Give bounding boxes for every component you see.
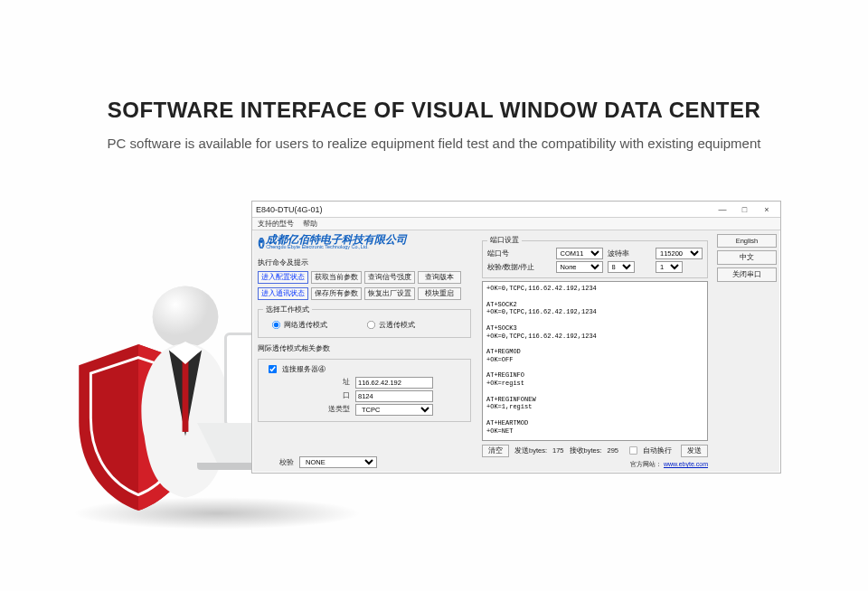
radio-net-mode[interactable]: 网络透传模式	[270, 319, 327, 331]
page-subtitle: PC software is available for users to re…	[0, 136, 868, 151]
port-settings-group: 端口设置 端口号 COM11 波特率 115200 校验/数据/停止 None …	[482, 236, 708, 278]
databits-select[interactable]: 8	[608, 261, 635, 273]
type-select[interactable]: TCPC	[355, 404, 433, 416]
app-title: E840-DTU(4G-01)	[256, 205, 323, 214]
radio-cloud-mode[interactable]: 云透传模式	[365, 319, 415, 331]
baud-select[interactable]: 115200	[656, 248, 703, 259]
window-maximize-button[interactable]: □	[734, 205, 754, 214]
window-minimize-button[interactable]: —	[712, 205, 732, 214]
link-enable-checkbox[interactable]: 连接服务器④	[263, 362, 466, 376]
baud-label: 波特率	[608, 249, 651, 258]
save-params-button[interactable]: 保存所有参数	[311, 287, 362, 300]
factory-reset-button[interactable]: 恢复出厂设置	[364, 287, 415, 300]
check-select[interactable]: NONE	[299, 456, 377, 468]
addr-input[interactable]	[355, 377, 433, 389]
parity-select[interactable]: None	[556, 261, 603, 273]
rx-bytes-label: 接收bytes:	[570, 446, 602, 455]
net-params-group: 连接服务器④ 址 口 送类型 TCPC	[258, 359, 471, 422]
antenna-icon: ((•))	[258, 236, 262, 249]
type-label: 送类型	[314, 405, 350, 414]
port-settings-legend: 端口设置	[487, 236, 522, 245]
get-params-button[interactable]: 获取当前参数	[311, 271, 362, 284]
vendor-logo: ((•)) 成都亿佰特电子科技有限公司 Chengdu Ebyte Electr…	[258, 234, 471, 250]
tx-bytes-label: 发送bytes:	[514, 446, 547, 455]
commands-label: 执行命令及提示	[258, 258, 471, 267]
stopbits-select[interactable]: 1	[656, 261, 683, 273]
reboot-button[interactable]: 模块重启	[418, 287, 461, 300]
auto-wrap-checkbox[interactable]: 自动换行	[624, 444, 675, 457]
work-mode-group: 选择工作模式 网络透传模式 云透传模式	[258, 305, 471, 338]
official-site-link[interactable]: www.ebyte.com	[664, 461, 708, 467]
com-port-label: 端口号	[487, 249, 552, 258]
tx-bytes-value: 175	[552, 446, 564, 455]
menu-help[interactable]: 帮助	[303, 219, 317, 229]
work-mode-legend: 选择工作模式	[263, 305, 312, 314]
official-site-label: 官方网站：	[630, 461, 662, 467]
query-signal-button[interactable]: 查询信号强度	[364, 271, 415, 284]
rx-bytes-value: 295	[608, 446, 619, 455]
addr-label: 址	[314, 378, 350, 387]
query-version-button[interactable]: 查询版本	[418, 271, 461, 284]
menu-supported-models[interactable]: 支持的型号	[258, 219, 294, 229]
terminal-output: +OK=0,TCPC,116.62.42.192,1234 AT+SOCK2 +…	[482, 281, 708, 441]
lang-chinese-button[interactable]: 中文	[717, 250, 777, 265]
vendor-name-en: Chengdu Ebyte Electronic Technology Co.,…	[266, 245, 407, 250]
com-port-select[interactable]: COM11	[556, 248, 603, 259]
page-title: SOFTWARE INTERFACE OF VISUAL WINDOW DATA…	[0, 98, 868, 123]
enter-comm-button[interactable]: 进入通讯状态	[258, 287, 308, 300]
close-port-button[interactable]: 关闭串口	[717, 267, 777, 282]
lang-english-button[interactable]: English	[717, 234, 777, 248]
parity-label: 校验/数据/停止	[487, 263, 552, 272]
port-label: 口	[314, 391, 350, 400]
clear-button[interactable]: 清空	[482, 445, 509, 457]
enter-config-button[interactable]: 进入配置状态	[258, 271, 308, 284]
send-button[interactable]: 发送	[681, 445, 708, 457]
window-close-button[interactable]: ×	[757, 205, 777, 214]
net-params-label: 网际透传模式相关参数	[258, 343, 471, 353]
check-label: 校验	[258, 458, 294, 467]
port-input[interactable]	[355, 390, 433, 402]
app-window: E840-DTU(4G-01) — □ × 支持的型号 帮助 ((•)) 成都亿…	[251, 201, 781, 474]
